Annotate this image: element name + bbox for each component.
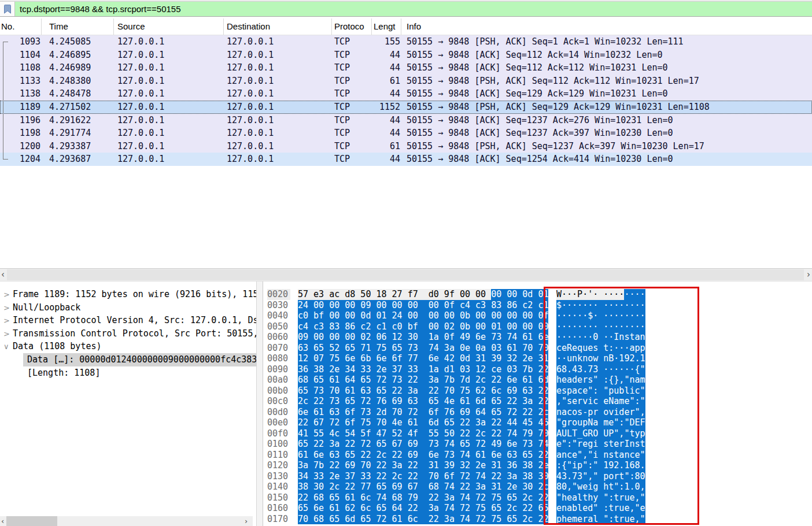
ascii-bytes[interactable]: nacos-pr ovider", (556, 407, 645, 418)
hex-bytes[interactable]: 34 33 2e 37 33 22 2c 22 70 6f 72 74 22 3… (298, 471, 548, 482)
ascii-bytes[interactable]: ········ ········ (556, 321, 645, 332)
ascii-selected[interactable]: headers" :{},"nam (556, 375, 645, 386)
packet-row-1204[interactable]: 12044.293687127.0.0.1127.0.0.1TCP4450155… (0, 153, 812, 166)
ascii-selected[interactable]: ,"servic eName":" (556, 396, 645, 407)
packet-cell[interactable]: 61 (372, 75, 401, 88)
packet-cell[interactable]: 127.0.0.1 (114, 127, 224, 140)
filter-bookmark-button[interactable] (0, 2, 15, 16)
packet-row-1138[interactable]: 11384.248478127.0.0.1127.0.0.1TCP4450155… (0, 87, 812, 101)
ascii-bytes[interactable]: headers" :{},"nam (556, 375, 645, 386)
packet-row-1108[interactable]: 11084.246989127.0.0.1127.0.0.1TCP4450155… (0, 61, 812, 75)
detail-row[interactable]: [Length: 1108] (0, 366, 256, 380)
packet-cell[interactable]: TCP (332, 101, 372, 114)
detail-row[interactable]: >Internet Protocol Version 4, Src: 127.0… (0, 314, 256, 327)
ascii-selected[interactable]: ·······0 ··Instan (556, 332, 645, 343)
ascii-bytes[interactable]: ······$· ········ (556, 310, 645, 321)
chevron-collapsed-icon[interactable]: > (0, 314, 13, 327)
hex-bytes-selected[interactable]: 00 00 0d 01 (491, 289, 548, 300)
ascii-selected[interactable]: phemeral ":true," (556, 514, 645, 525)
chevron-collapsed-icon[interactable]: > (0, 288, 13, 301)
packet-cell[interactable]: 4.248380 (42, 75, 114, 88)
hex-row-0040[interactable]: 0040c0 bf 00 00 0d 01 24 00 00 00 0b 00 … (263, 310, 812, 321)
hex-bytes-selected[interactable]: 65 73 70 61 63 65 22 3a 22 70 75 62 6c 6… (298, 386, 548, 397)
packet-cell[interactable]: 50155 → 9848 [ACK] Seq=129 Ack=129 Win=1… (401, 87, 812, 101)
packet-cell[interactable]: 1189 (0, 101, 42, 114)
hex-row-0060[interactable]: 006009 00 00 00 02 06 12 30 1a 0f 49 6e … (263, 332, 812, 343)
ascii-selected[interactable]: ceReques t:···app (556, 343, 645, 354)
ascii-bytes[interactable]: ··unknow nB·192.1 (556, 353, 645, 364)
packet-row-1104[interactable]: 11044.246895127.0.0.1127.0.0.1TCP4450155… (0, 49, 812, 62)
hex-bytes-selected[interactable]: 6e 61 63 6f 73 2d 70 72 6f 76 69 64 65 7… (298, 407, 548, 418)
packet-cell[interactable]: 127.0.0.1 (224, 61, 332, 75)
ascii-selected[interactable]: "groupNa me":"DEF (556, 417, 645, 428)
hex-bytes-selected[interactable]: 34 33 2e 37 33 22 2c 22 70 6f 72 74 22 3… (298, 471, 548, 482)
hex-row-0070[interactable]: 007063 65 52 65 71 75 65 73 74 3a 0e 0a … (263, 343, 812, 354)
packet-cell[interactable]: TCP (332, 114, 372, 127)
hex-row-0110[interactable]: 011061 6e 63 65 22 2c 22 69 6e 73 74 61 … (263, 450, 812, 461)
ascii-bytes[interactable]: 43.73"," port":80 (556, 471, 645, 482)
packet-cell[interactable]: 1133 (0, 75, 42, 88)
hex-bytes-selected[interactable]: c4 c3 83 86 c2 c1 c0 bf 00 02 0b 00 01 0… (298, 321, 548, 332)
ascii-bytes[interactable]: 68.43.73 ······{" (556, 364, 645, 375)
hex-row-00a0[interactable]: 00a068 65 61 64 65 72 73 22 3a 7b 7d 2c … (263, 375, 812, 386)
packet-cell[interactable]: TCP (332, 61, 372, 75)
hex-bytes-selected[interactable]: 22 68 65 61 6c 74 68 79 22 3a 74 72 75 6… (298, 492, 548, 503)
packet-cell[interactable]: 50155 → 9848 [ACK] Seq=112 Ack=14 Win=10… (401, 49, 812, 62)
column-header-protocol[interactable]: Protoco (332, 18, 372, 35)
ascii-plain[interactable]: W···P·'· ···· (556, 289, 624, 300)
packet-cell[interactable]: 44 (372, 114, 401, 127)
packet-cell[interactable]: 4.291622 (42, 114, 114, 127)
ascii-selected[interactable]: espace": "public" (556, 386, 645, 397)
ascii-selected[interactable]: 68.43.73 ······{" (556, 364, 645, 375)
packet-cell[interactable]: 127.0.0.1 (114, 153, 224, 166)
details-hscrollbar[interactable]: ‹ › (0, 516, 253, 526)
ascii-selected[interactable]: AULT_GRO UP","typ (556, 428, 645, 439)
scroll-left-arrow-icon[interactable]: ‹ (1, 516, 4, 526)
ascii-bytes[interactable]: ,"servic eName":" (556, 396, 645, 407)
hex-bytes-selected[interactable]: 41 55 4c 54 5f 47 52 4f 55 50 22 2c 22 7… (298, 428, 548, 439)
packet-cell[interactable]: 50155 → 9848 [PSH, ACK] Seq=129 Ack=129 … (401, 101, 812, 114)
hex-row-0160[interactable]: 016065 6e 61 62 6c 65 64 22 3a 74 72 75 … (263, 503, 812, 514)
packet-cell[interactable]: 44 (372, 127, 401, 140)
packet-cell[interactable]: 1104 (0, 49, 42, 62)
packet-cell[interactable]: 44 (372, 49, 401, 62)
ascii-selected[interactable]: $······· ········ (556, 300, 645, 311)
packet-cell[interactable]: 127.0.0.1 (224, 101, 332, 114)
hex-bytes[interactable]: 22 67 72 6f 75 70 4e 61 6d 65 22 3a 22 4… (298, 417, 548, 428)
packet-cell[interactable]: 4.293687 (42, 153, 114, 166)
packet-cell[interactable]: 127.0.0.1 (114, 114, 224, 127)
hex-bytes-selected[interactable]: 12 07 75 6e 6b 6e 6f 77 6e 42 0d 31 39 3… (298, 353, 548, 364)
scroll-right-arrow-icon[interactable]: › (245, 516, 248, 526)
packet-cell[interactable]: 127.0.0.1 (224, 153, 332, 166)
hex-bytes[interactable]: 65 6e 61 62 6c 65 64 22 3a 74 72 75 65 2… (298, 503, 548, 514)
hex-row-0120[interactable]: 01203a 7b 22 69 70 22 3a 22 31 39 32 2e … (263, 460, 812, 471)
ascii-selected[interactable]: ···· (624, 289, 645, 300)
packet-cell[interactable]: 50155 → 9848 [ACK] Seq=1254 Ack=414 Win=… (401, 153, 812, 166)
column-header-source[interactable]: Source (114, 18, 224, 35)
ascii-bytes[interactable]: phemeral ":true," (556, 514, 645, 525)
hex-row-0090[interactable]: 009036 38 2e 34 33 2e 37 33 1a d1 03 12 … (263, 364, 812, 375)
scrollbar-thumb[interactable] (7, 269, 804, 280)
packet-cell[interactable]: 127.0.0.1 (224, 87, 332, 101)
column-header-no[interactable]: No. (0, 18, 42, 35)
hex-row-0080[interactable]: 008012 07 75 6e 6b 6e 6f 77 6e 42 0d 31 … (263, 353, 812, 364)
pane-splitter[interactable] (256, 281, 263, 526)
hex-bytes-selected[interactable]: 61 6e 63 65 22 2c 22 69 6e 73 74 61 6e 6… (298, 450, 548, 461)
hex-row-00d0[interactable]: 00d06e 61 63 6f 73 2d 70 72 6f 76 69 64 … (263, 407, 812, 418)
chevron-collapsed-icon[interactable]: > (0, 328, 13, 340)
packet-cell[interactable]: 127.0.0.1 (114, 35, 224, 49)
hex-bytes-plain[interactable]: 57 e3 ac d8 50 18 27 f7 d0 9f 00 00 (298, 289, 491, 300)
packet-row-1198[interactable]: 11984.291774127.0.0.1127.0.0.1TCP4450155… (0, 127, 812, 140)
packet-cell[interactable]: TCP (332, 87, 372, 101)
packet-cell[interactable]: 127.0.0.1 (224, 114, 332, 127)
ascii-selected[interactable]: ance","i nstance" (556, 450, 645, 461)
packet-cell[interactable]: 4.246989 (42, 61, 114, 75)
packet-cell[interactable]: 127.0.0.1 (114, 101, 224, 114)
packet-row-1133[interactable]: 11334.248380127.0.0.1127.0.0.1TCP6150155… (0, 75, 812, 88)
packet-cell[interactable]: TCP (332, 127, 372, 140)
ascii-selected[interactable]: 80,"weig ht":1.0, (556, 481, 645, 492)
packet-cell[interactable]: 127.0.0.1 (224, 140, 332, 153)
ascii-selected[interactable]: ··unknow nB·192.1 (556, 353, 645, 364)
packet-cell[interactable]: TCP (332, 153, 372, 166)
packet-cell[interactable]: 50155 → 9848 [PSH, ACK] Seq=1 Ack=1 Win=… (401, 35, 812, 49)
